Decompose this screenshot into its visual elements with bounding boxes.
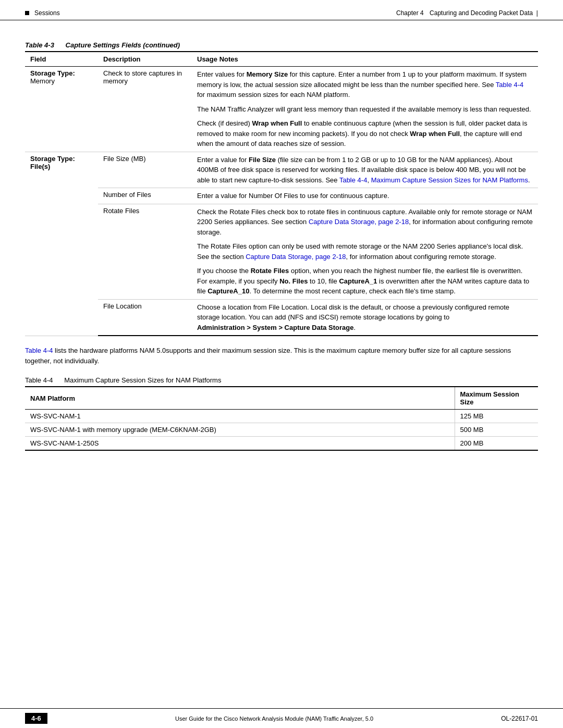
table-row: WS-SVC-NAM-1 with memory upgrade (MEM-C6…: [25, 423, 538, 437]
table-row: WS-SVC-NAM-1125 MB: [25, 410, 538, 423]
table3-header-row: Field Description Usage Notes: [25, 52, 538, 67]
max-capture-link[interactable]: Maximum Capture Session Sizes for NAM Pl…: [371, 176, 528, 184]
table-row: Number of Files Enter a value for Number…: [25, 188, 538, 204]
footer-center-text: User Guide for the Cisco Network Analysi…: [47, 715, 501, 722]
table3-title: Table 4-3 Capture Settings Fields (conti…: [25, 41, 538, 49]
usage-file-location: Choose a location from File Location. Lo…: [192, 299, 538, 336]
table-row: WS-SVC-NAM-1-250S200 MB: [25, 437, 538, 451]
usage-number-of-files: Enter a value for Number Of Files to use…: [192, 188, 538, 204]
table4-number: Table 4-4: [25, 376, 53, 384]
capture-settings-table: Field Description Usage Notes Storage Ty…: [25, 51, 538, 336]
table4-title-block: Table 4-4 Maximum Capture Session Sizes …: [25, 376, 538, 384]
table-row: Rotate Files Check the Rotate Files chec…: [25, 204, 538, 299]
page-footer: 4-6 User Guide for the Cisco Network Ana…: [0, 708, 563, 728]
table4-col-platform: NAM Platform: [25, 387, 455, 410]
table3-name: Capture Settings Fields (continued): [66, 41, 180, 49]
size-cell: 125 MB: [455, 410, 538, 423]
page-header: Sessions Chapter 4 Capturing and Decodin…: [0, 0, 563, 20]
platform-cell: WS-SVC-NAM-1-250S: [25, 437, 455, 451]
capture-data-storage-link-2[interactable]: Capture Data Storage, page 2-18: [246, 253, 346, 261]
size-cell: 500 MB: [455, 423, 538, 437]
table44-link-2[interactable]: Table 4-4: [339, 176, 367, 184]
col-field: Field: [25, 52, 98, 67]
col-description: Description: [98, 52, 192, 67]
usage-file-size: Enter a value for File Size (file size c…: [192, 152, 538, 188]
table-row: Storage Type:Memory Check to store captu…: [25, 67, 538, 152]
table44-intro-link[interactable]: Table 4-4: [25, 347, 53, 354]
field-storage-memory: Storage Type:Memory: [25, 67, 98, 152]
field-storage-files: Storage Type: File(s): [25, 152, 98, 336]
desc-file-location: File Location: [98, 299, 192, 336]
header-right: Chapter 4 Capturing and Decoding Packet …: [396, 9, 538, 17]
main-content: Table 4-3 Capture Settings Fields (conti…: [0, 20, 563, 492]
table4-name: Maximum Capture Session Sizes for NAM Pl…: [64, 376, 221, 384]
header-chapter: Chapter 4: [396, 9, 424, 17]
col-usage: Usage Notes: [192, 52, 538, 67]
desc-rotate-files: Rotate Files: [98, 204, 192, 299]
table-row: File Location Choose a location from Fil…: [25, 299, 538, 336]
header-chapter-title: Capturing and Decoding Packet Data: [430, 9, 533, 17]
table4-col-size: Maximum Session Size: [455, 387, 538, 410]
header-sessions-label: Sessions: [34, 9, 60, 17]
usage-rotate-files: Check the Rotate Files check box to rota…: [192, 204, 538, 299]
footer-right-text: OL-22617-01: [501, 715, 538, 722]
desc-storage-memory: Check to store captures in memory: [98, 67, 192, 152]
platform-cell: WS-SVC-NAM-1 with memory upgrade (MEM-C6…: [25, 423, 455, 437]
table-row: Storage Type: File(s) File Size (MB) Ent…: [25, 152, 538, 188]
desc-number-of-files: Number of Files: [98, 188, 192, 204]
paragraph-between-tables: Table 4-4 lists the hardware platforms N…: [25, 346, 538, 366]
capture-data-storage-link-1[interactable]: Capture Data Storage, page 2-18: [309, 218, 409, 226]
desc-file-size: File Size (MB): [98, 152, 192, 188]
header-bullet: [25, 11, 29, 15]
table4-header-row: NAM Platform Maximum Session Size: [25, 387, 538, 410]
table44-link-1[interactable]: Table 4-4: [496, 81, 523, 89]
max-capture-table: NAM Platform Maximum Session Size WS-SVC…: [25, 386, 538, 451]
platform-cell: WS-SVC-NAM-1: [25, 410, 455, 423]
footer-page-number: 4-6: [25, 713, 47, 724]
table3-number: Table 4-3: [25, 41, 54, 49]
size-cell: 200 MB: [455, 437, 538, 451]
header-left: Sessions: [25, 9, 60, 17]
usage-storage-memory: Enter values for Memory Size for this ca…: [192, 67, 538, 152]
